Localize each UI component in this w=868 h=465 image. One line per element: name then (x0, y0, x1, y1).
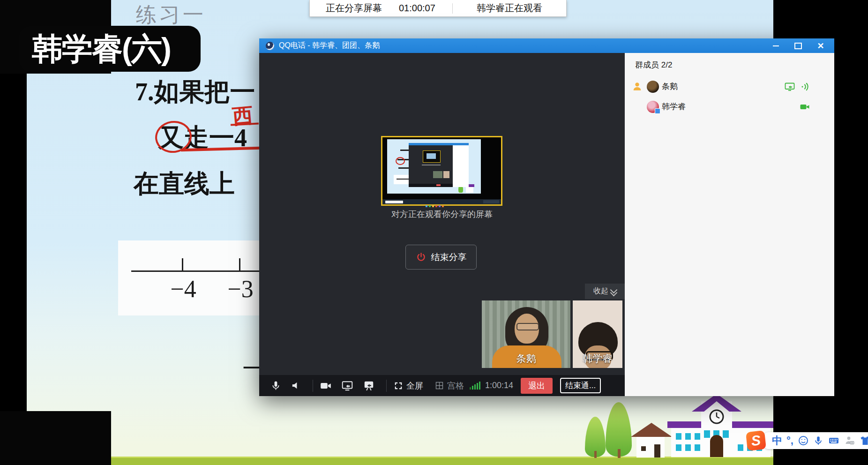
video-name-label: 韩学睿 (573, 352, 622, 365)
signal-strength-icon (470, 382, 480, 390)
presenter-icon (631, 81, 643, 92)
fullscreen-icon (393, 381, 404, 391)
school-window (676, 433, 681, 440)
school-right-roof (729, 421, 773, 428)
mini-qq-window (409, 143, 469, 187)
microphone-button[interactable] (270, 380, 281, 391)
screen-share-button[interactable] (341, 380, 353, 392)
school-window (676, 444, 681, 451)
school-window (723, 430, 729, 438)
ime-tray: S 中 °, (747, 431, 868, 450)
slide-problem-line3: 在直线上 (134, 167, 235, 201)
number-line (131, 270, 272, 272)
school-window (704, 430, 710, 438)
whiteboard-button[interactable] (363, 380, 375, 392)
clock-icon (709, 409, 725, 425)
ime-emoji-icon[interactable] (798, 435, 809, 446)
call-area: 对方正在观看你分享的屏幕 结束分享 收起 条鹅 (259, 53, 625, 396)
member-name: 条鹅 (662, 81, 678, 92)
slide-title: 练习一 (136, 1, 206, 29)
house-door (654, 444, 660, 458)
sogou-logo[interactable]: S (746, 430, 766, 451)
numberline-label: −4 (165, 275, 202, 303)
ime-keyboard-icon[interactable] (828, 435, 840, 446)
close-icon[interactable]: ✕ (814, 41, 828, 51)
screen: 练习一 7.如果把一 又走一4 西 在直线上 −4 −3 — 正在分享屏 (0, 0, 868, 465)
toolbar-divider (386, 380, 387, 392)
member-name: 韩学睿 (662, 101, 686, 112)
maximize-icon[interactable] (791, 41, 805, 51)
school-door (710, 435, 723, 457)
tree-trunk (618, 449, 621, 458)
window-titlebar[interactable]: QQ电话 - 韩学睿、团团、条鹅 ✕ (259, 38, 834, 53)
school-left-wing (671, 428, 706, 457)
sharing-screen-status-icon (784, 81, 796, 92)
minimize-icon[interactable] (769, 41, 783, 51)
ime-punctuation[interactable]: °, (786, 435, 793, 447)
grass-strip (27, 457, 773, 465)
house-body (636, 437, 665, 458)
tick-mark (182, 258, 183, 271)
ime-lang-mode[interactable]: 中 (772, 434, 782, 448)
call-toolbar: 全屏 宫格 1:00:14 退出 结束通... (259, 375, 625, 396)
tree-trunk (594, 451, 597, 458)
black-corner-bottom-left (0, 411, 111, 465)
ime-tshirt-icon[interactable] (860, 435, 868, 446)
speaker-button[interactable] (291, 380, 301, 391)
video-strip: 条鹅 韩学睿 (482, 300, 622, 368)
chevron-double-down-icon (611, 287, 616, 295)
collapse-button[interactable]: 收起 (585, 284, 625, 299)
mini-taskbar (382, 199, 501, 204)
camera-button[interactable] (320, 380, 332, 392)
grid-icon (434, 381, 444, 390)
members-panel: 群成员 2/2 条鹅 韩学睿 (625, 53, 834, 396)
video-tile[interactable]: 韩学睿 (573, 300, 622, 368)
ime-skin-person-icon[interactable] (844, 435, 855, 446)
qq-call-icon (266, 42, 274, 50)
exit-button[interactable]: 退出 (521, 378, 553, 394)
call-duration: 1:00:14 (485, 381, 513, 390)
member-avatar (647, 81, 659, 93)
tick-mark (239, 258, 240, 271)
collapse-label: 收起 (593, 286, 608, 296)
camera-on-status-icon (799, 101, 811, 112)
video-name-label: 条鹅 (482, 352, 570, 365)
video-tile[interactable]: 条鹅 (482, 300, 570, 368)
numberline-panel: −4 −3 (118, 240, 259, 315)
members-header: 群成员 2/2 (635, 60, 672, 70)
toolbar-divider (313, 380, 313, 392)
power-icon (416, 252, 427, 262)
end-share-label: 结束分享 (431, 251, 467, 263)
school-window (695, 433, 700, 440)
qq-call-window: QQ电话 - 韩学睿、团团、条鹅 ✕ (259, 38, 834, 396)
fullscreen-button[interactable]: 全屏 (393, 380, 423, 391)
presenter-name-overlay: 韩学睿(六) (19, 26, 201, 72)
shared-screen-preview (381, 136, 502, 206)
school-window (695, 444, 700, 451)
school-window (685, 444, 691, 451)
voice-active-icon (800, 81, 811, 92)
screen-share-banner: 正在分享屏幕 01:00:07 韩学睿正在观看 (309, 0, 567, 17)
grid-view-button[interactable]: 宫格 (434, 380, 464, 391)
ime-voice-icon[interactable] (813, 435, 823, 446)
red-handwritten-note: 西 (232, 101, 254, 131)
house-window (641, 446, 646, 451)
mobile-badge-icon (655, 108, 660, 114)
glasses (516, 323, 539, 330)
watching-status-text: 对方正在观看你分享的屏幕 (259, 209, 625, 220)
share-timer: 01:00:07 (399, 3, 435, 14)
member-avatar (647, 101, 659, 113)
window-title: QQ电话 - 韩学睿、团团、条鹅 (279, 41, 380, 51)
end-share-button[interactable]: 结束分享 (405, 245, 477, 270)
school-window (685, 433, 691, 440)
member-row[interactable]: 条鹅 (625, 76, 834, 97)
member-row[interactable]: 韩学睿 (625, 97, 834, 117)
end-call-button[interactable]: 结束通... (560, 378, 601, 393)
viewer-status-text: 韩学睿正在观看 (453, 2, 566, 15)
numberline-label: −3 (222, 275, 259, 303)
fullscreen-label: 全屏 (406, 380, 423, 391)
house-roof (631, 423, 672, 437)
sharing-status-text: 正在分享屏幕 (326, 2, 382, 15)
school-window (738, 444, 743, 451)
grid-label: 宫格 (447, 380, 464, 391)
